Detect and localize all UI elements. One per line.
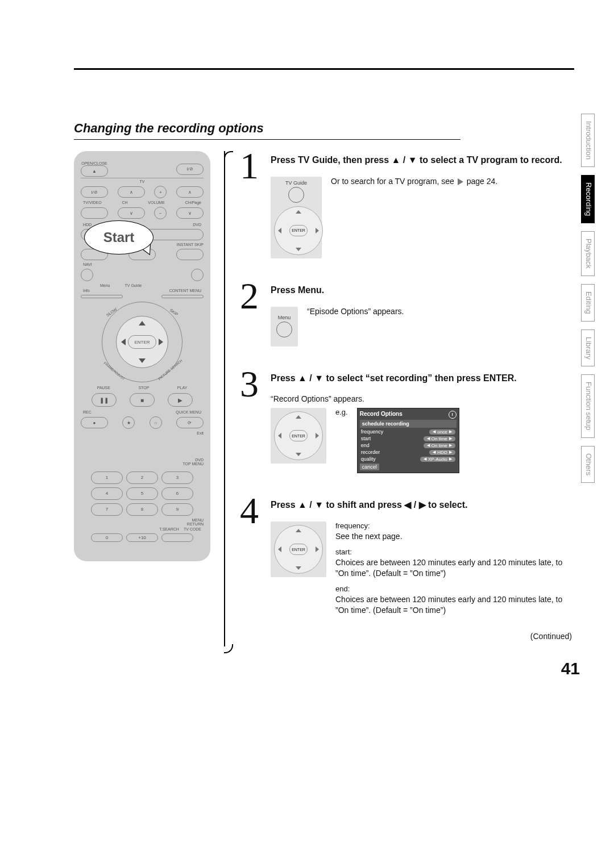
step-1-number: 1 bbox=[240, 151, 263, 258]
freq-label: frequency: bbox=[335, 521, 574, 530]
step-3-note: “Record Options” appears. bbox=[271, 394, 574, 403]
tab-library[interactable]: Library bbox=[581, 329, 595, 367]
dpad: SLOW SKIP FRAME/ADJUST PICTURE SEARCH EN… bbox=[102, 302, 182, 382]
step-3-head: Press ▲ / ▼ to select “set recording” th… bbox=[271, 373, 574, 385]
step-1-head: Press TV Guide, then press ▲ / ▼ to sele… bbox=[271, 155, 574, 166]
quick-menu-button: ⟳ bbox=[176, 417, 204, 428]
vol-plus-button: + bbox=[154, 186, 167, 198]
end-label: end: bbox=[335, 585, 574, 593]
info-button bbox=[81, 295, 123, 298]
info-icon: i bbox=[449, 411, 457, 419]
step-2-illustration: Menu bbox=[271, 307, 298, 347]
power-label: I/⊘ bbox=[186, 166, 193, 172]
chpage-up-button: ∧ bbox=[176, 186, 204, 198]
content-menu-button bbox=[161, 295, 204, 298]
bookmark-button: ★ bbox=[122, 416, 135, 429]
num-4: 4 bbox=[91, 487, 123, 500]
dpad-right-icon bbox=[159, 339, 163, 345]
num-1: 1 bbox=[91, 471, 123, 484]
ch-label: CH bbox=[122, 201, 127, 205]
chpage-down-button: ∨ bbox=[176, 207, 204, 219]
section-title: Changing the recording options bbox=[74, 121, 574, 136]
osd-row4-val: XP-Audio bbox=[428, 457, 447, 462]
tab-others[interactable]: Others bbox=[581, 446, 595, 483]
freq-text: See the next page. bbox=[335, 531, 574, 542]
tab-editing[interactable]: Editing bbox=[581, 284, 595, 322]
osd-row2-label: end bbox=[361, 443, 370, 448]
rec-label: REC bbox=[83, 410, 92, 414]
osd-row4-label: quality bbox=[361, 456, 376, 462]
step-3-illustration: ENTER bbox=[271, 408, 326, 464]
rec-button: ● bbox=[81, 417, 108, 428]
chpage-label: CH/Page bbox=[185, 201, 201, 205]
tab-recording[interactable]: Recording bbox=[581, 175, 595, 223]
step-2: 2 Press Menu. Menu “Episode Options” app… bbox=[240, 281, 574, 347]
tvvideo-label: TV/VIDEO bbox=[83, 201, 102, 205]
step-2-btn-label: Menu bbox=[276, 315, 292, 320]
quick-menu-label: QUICK MENU bbox=[176, 410, 201, 414]
step-4-number: 4 bbox=[240, 496, 263, 640]
mini-dpad-1: ENTER bbox=[274, 206, 323, 255]
dpad-up-icon bbox=[139, 321, 146, 326]
hdd-label: HDD bbox=[83, 223, 92, 227]
num-6: 6 bbox=[161, 487, 193, 500]
start-text: Choices are between 120 minutes early an… bbox=[335, 557, 574, 579]
remote-control-illustration: Start OPEN/CLOSE ▲ I/⊘ TV I/⊘ ∧ + ∧ TV/V… bbox=[74, 151, 210, 561]
tvguide-button bbox=[191, 269, 204, 281]
pause-button: ❚❚ bbox=[92, 393, 117, 407]
section-underline bbox=[74, 139, 460, 140]
osd-row3-val: HDD bbox=[437, 450, 447, 455]
osd-row0-val: once bbox=[437, 429, 447, 435]
step-1: 1 Press TV Guide, then press ▲ / ▼ to se… bbox=[240, 151, 574, 258]
plus10-button: +10 bbox=[126, 533, 158, 542]
osd-row0-label: frequency bbox=[361, 429, 384, 435]
tv-section-label: TV bbox=[81, 178, 204, 183]
num-3: 3 bbox=[161, 471, 193, 484]
num-2: 2 bbox=[126, 471, 158, 484]
tsearch-button bbox=[161, 533, 193, 542]
open-close-label: OPEN/CLOSE bbox=[81, 161, 108, 165]
menu-button bbox=[81, 269, 93, 281]
skip-label: SKIP bbox=[169, 308, 179, 316]
tab-function-setup[interactable]: Function setup bbox=[581, 374, 595, 437]
eject-icon: ▲ bbox=[92, 169, 97, 174]
num-8: 8 bbox=[126, 503, 158, 516]
tv-power-label: I/⊘ bbox=[91, 190, 97, 195]
dvd-label: DVD bbox=[193, 223, 201, 227]
tab-introduction[interactable]: Introduction bbox=[581, 114, 595, 167]
frame-adjust-label: FRAME/ADJUST bbox=[103, 361, 125, 381]
mini-enter-3: ENTER bbox=[289, 430, 308, 441]
menu-illus-button bbox=[276, 322, 292, 337]
end-text: Choices are between 120 minutes early an… bbox=[335, 594, 574, 616]
eg-label: e.g. bbox=[335, 408, 348, 416]
picture-search-label: PICTURE SEARCH bbox=[157, 359, 182, 381]
info-label: Info bbox=[83, 289, 90, 293]
menu2-label: MENU bbox=[81, 518, 204, 522]
pause-label: PAUSE bbox=[97, 386, 110, 390]
step-4-head: Press ▲ / ▼ to shift and press ◀ / ▶ to … bbox=[271, 499, 574, 511]
power-button: I/⊘ bbox=[176, 164, 204, 175]
tab-playback[interactable]: Playback bbox=[581, 231, 595, 276]
osd-row1-val: On time bbox=[432, 436, 447, 441]
stop-label: STOP bbox=[138, 386, 149, 390]
tsearch-label: T.SEARCH bbox=[159, 527, 179, 531]
osd-row1-label: start bbox=[361, 436, 371, 441]
step-2-note: “Episode Options” appears. bbox=[307, 307, 404, 316]
step-3: 3 Press ▲ / ▼ to select “set recording” … bbox=[240, 369, 574, 474]
step-4-illustration: ENTER bbox=[271, 521, 326, 577]
step-1-note: Or to search for a TV program, see bbox=[331, 177, 454, 186]
record-options-osd: Record Optionsi schedule recording frequ… bbox=[357, 408, 459, 473]
exit-label: Exit bbox=[81, 431, 204, 435]
ch-up-button: ∧ bbox=[118, 186, 145, 198]
volume-label: VOLUME bbox=[148, 201, 165, 205]
ch-down-button: ∨ bbox=[118, 207, 145, 219]
dpad-down-icon bbox=[139, 358, 146, 363]
tvguide-label: TV Guide bbox=[125, 283, 142, 287]
dvd-top-menu-label: DVD TOP MENU bbox=[81, 458, 204, 466]
dpad-left-icon bbox=[121, 339, 126, 345]
step-2-head: Press Menu. bbox=[271, 285, 574, 297]
step-1-illustration: TV Guide ENTER bbox=[271, 177, 322, 258]
continued-label: (Continued) bbox=[271, 632, 574, 641]
navi-label: NAVI bbox=[83, 262, 92, 266]
step-4: 4 Press ▲ / ▼ to shift and press ◀ / ▶ t… bbox=[240, 496, 574, 640]
